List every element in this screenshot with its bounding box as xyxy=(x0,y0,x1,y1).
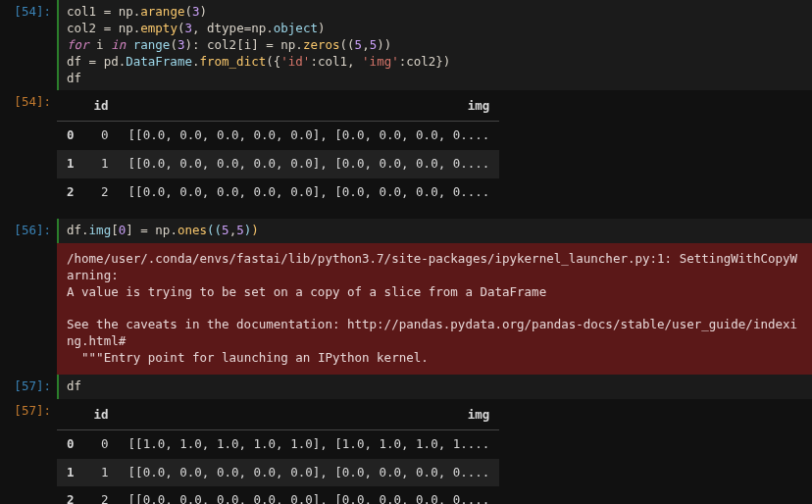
df-img: [[0.0, 0.0, 0.0, 0.0, 0.0], [0.0, 0.0, 0… xyxy=(119,122,500,150)
dataframe-output-54: id img 0 0 [[0.0, 0.0, 0.0, 0.0, 0.0], [… xyxy=(57,90,812,215)
dataframe-table-57: id img 0 0 [[1.0, 1.0, 1.0, 1.0, 1.0], [… xyxy=(57,401,499,504)
table-row: 2 2 [[0.0, 0.0, 0.0, 0.0, 0.0], [0.0, 0.… xyxy=(57,178,499,207)
df-img: [[0.0, 0.0, 0.0, 0.0, 0.0], [0.0, 0.0, 0… xyxy=(119,150,500,178)
df-img: [[0.0, 0.0, 0.0, 0.0, 0.0], [0.0, 0.0, 0… xyxy=(119,486,500,504)
warn-line: /home/user/.conda/envs/fastai/lib/python… xyxy=(67,251,797,282)
warn-line: """Entry point for launching an IPython … xyxy=(67,350,429,365)
df-header-index xyxy=(57,401,84,429)
df-index: 0 xyxy=(57,429,84,458)
df-index: 1 xyxy=(57,150,84,178)
output-cell-54: [54]: id img 0 0 [[0.0, 0.0, 0.0, 0.0, 0… xyxy=(0,90,812,215)
df-header-id: id xyxy=(84,92,119,121)
code-cell-57-input: [57]: df xyxy=(0,375,812,399)
df-img: [[0.0, 0.0, 0.0, 0.0, 0.0], [0.0, 0.0, 0… xyxy=(119,178,500,207)
table-row: 1 1 [[0.0, 0.0, 0.0, 0.0, 0.0], [0.0, 0.… xyxy=(57,150,499,178)
df-id: 1 xyxy=(84,459,119,487)
code-editor-54[interactable]: col1 = np.arange(3) col2 = np.empty(3, d… xyxy=(57,0,812,90)
output-prompt-56-blank xyxy=(0,243,57,375)
output-cell-56: /home/user/.conda/envs/fastai/lib/python… xyxy=(0,243,812,375)
code-editor-56[interactable]: df.img[0] = np.ones((5,5)) xyxy=(57,219,812,243)
df-header-index xyxy=(57,92,84,121)
warning-output-56: /home/user/.conda/envs/fastai/lib/python… xyxy=(57,243,812,375)
table-row: 2 2 [[0.0, 0.0, 0.0, 0.0, 0.0], [0.0, 0.… xyxy=(57,486,499,504)
df-header-img: img xyxy=(119,401,500,429)
input-prompt-56: [56]: xyxy=(0,219,57,243)
df-header-img: img xyxy=(119,92,500,121)
df-index: 2 xyxy=(57,486,84,504)
output-cell-57: [57]: id img 0 0 [[1.0, 1.0, 1.0, 1.0, 1… xyxy=(0,399,812,504)
table-row: 1 1 [[0.0, 0.0, 0.0, 0.0, 0.0], [0.0, 0.… xyxy=(57,459,499,487)
dataframe-table-54: id img 0 0 [[0.0, 0.0, 0.0, 0.0, 0.0], [… xyxy=(57,92,499,207)
input-prompt-57: [57]: xyxy=(0,375,57,399)
df-index: 1 xyxy=(57,459,84,487)
table-row: 0 0 [[1.0, 1.0, 1.0, 1.0, 1.0], [1.0, 1.… xyxy=(57,429,499,458)
output-prompt-57: [57]: xyxy=(0,399,57,504)
input-prompt-54: [54]: xyxy=(0,0,57,90)
output-prompt-54: [54]: xyxy=(0,90,57,215)
df-id: 2 xyxy=(84,178,119,207)
code-cell-56-input: [56]: df.img[0] = np.ones((5,5)) xyxy=(0,219,812,243)
warn-line: A value is trying to be set on a copy of… xyxy=(67,284,546,299)
df-img: [[1.0, 1.0, 1.0, 1.0, 1.0], [1.0, 1.0, 1… xyxy=(119,429,500,458)
df-id: 1 xyxy=(84,150,119,178)
dataframe-output-57: id img 0 0 [[1.0, 1.0, 1.0, 1.0, 1.0], [… xyxy=(57,399,812,504)
df-index: 2 xyxy=(57,178,84,207)
df-index: 0 xyxy=(57,122,84,150)
df-header-id: id xyxy=(84,401,119,429)
df-id: 0 xyxy=(84,429,119,458)
df-img: [[0.0, 0.0, 0.0, 0.0, 0.0], [0.0, 0.0, 0… xyxy=(119,459,500,487)
table-row: 0 0 [[0.0, 0.0, 0.0, 0.0, 0.0], [0.0, 0.… xyxy=(57,122,499,150)
df-id: 0 xyxy=(84,122,119,150)
warn-line: See the caveats in the documentation: ht… xyxy=(67,317,797,348)
code-cell-54-input: [54]: col1 = np.arange(3) col2 = np.empt… xyxy=(0,0,812,90)
df-id: 2 xyxy=(84,486,119,504)
code-editor-57[interactable]: df xyxy=(57,375,812,399)
